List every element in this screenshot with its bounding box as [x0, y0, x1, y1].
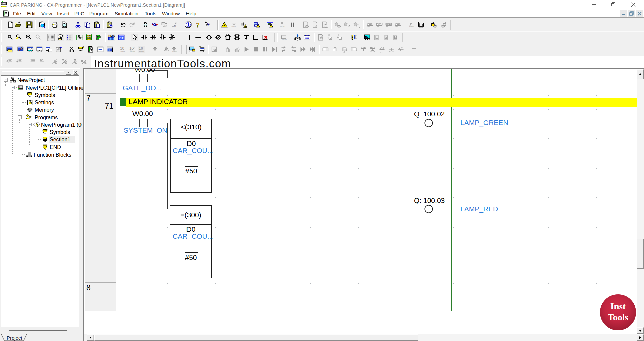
- svg-text:SMA: SMA: [108, 34, 115, 38]
- svg-text:B: B: [174, 25, 176, 28]
- svg-text:roron: roron: [121, 50, 126, 53]
- svg-text:CI: CI: [119, 36, 124, 40]
- svg-text:16: 16: [139, 46, 143, 50]
- svg-text:Z: Z: [376, 36, 378, 39]
- svg-text:w: w: [59, 35, 61, 37]
- svg-text:HC: HC: [365, 35, 369, 39]
- svg-text:0.02: 0.02: [108, 50, 111, 52]
- svg-text:?: ?: [207, 22, 210, 27]
- svg-text:roron: roron: [282, 38, 287, 41]
- svg-text:roron: roron: [409, 25, 414, 28]
- svg-text:roron: roron: [139, 50, 144, 53]
- svg-text:10: 10: [120, 46, 124, 50]
- svg-text:roron: roron: [232, 25, 237, 28]
- svg-text:roron: roron: [280, 25, 285, 27]
- svg-text:roron: roron: [172, 50, 177, 53]
- svg-text:?: ?: [196, 22, 199, 29]
